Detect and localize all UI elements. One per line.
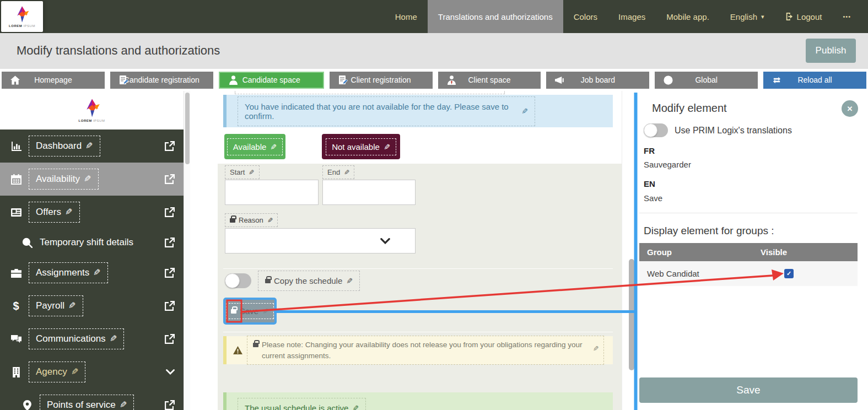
sidebar-item-payroll[interactable]: $ Payroll xyxy=(0,289,184,322)
visible-checkbox[interactable] xyxy=(784,269,794,278)
edit-pencil-icon[interactable] xyxy=(84,174,91,185)
brand-name: LOREM IPSUM xyxy=(79,119,105,122)
registration-icon xyxy=(338,75,348,85)
edit-pencil-icon[interactable] xyxy=(110,333,117,344)
sidebar-item-agency[interactable]: Agency xyxy=(0,355,184,389)
groups-section-title: Display element for groups : xyxy=(644,225,774,237)
success-banner: The usual schedule is active xyxy=(223,392,613,410)
not-available-button[interactable]: Not available xyxy=(322,134,400,159)
external-link-icon[interactable] xyxy=(165,334,175,344)
sidebar-logo: LOREM IPSUM xyxy=(0,91,184,130)
search-icon xyxy=(20,238,34,248)
tab-job-board[interactable]: Job board xyxy=(546,72,649,89)
globe-icon xyxy=(664,75,673,85)
sidebar-item-label: Dashboard xyxy=(36,141,82,152)
nav-images[interactable]: Images xyxy=(608,0,656,33)
external-link-icon[interactable] xyxy=(165,174,175,184)
nav-logout[interactable]: Logout xyxy=(775,0,833,33)
edit-pencil-icon[interactable] xyxy=(249,168,254,176)
nav-translations[interactable]: Translations and authorizations xyxy=(428,0,563,33)
panel-save-button[interactable]: Save xyxy=(639,377,858,403)
edit-pencil-icon[interactable] xyxy=(85,141,93,152)
edit-pencil-icon[interactable] xyxy=(71,366,79,377)
available-button[interactable]: Available xyxy=(224,134,285,159)
external-link-icon[interactable] xyxy=(165,268,175,278)
external-link-icon[interactable] xyxy=(165,238,175,247)
start-input[interactable] xyxy=(225,180,319,205)
warning-text-box[interactable]: Please note: Changing your availability … xyxy=(247,336,604,365)
sidebar-item-offers[interactable]: Offers xyxy=(0,196,184,229)
edit-pencil-icon[interactable] xyxy=(262,306,269,316)
nav-colors[interactable]: Colors xyxy=(563,0,608,33)
sidebar-scrollbar[interactable] xyxy=(184,91,190,410)
toggle-knob xyxy=(644,123,657,137)
end-input[interactable] xyxy=(322,180,416,205)
success-text-box[interactable]: The usual schedule is active xyxy=(238,398,366,410)
info-banner-text-box[interactable]: You have indicated that you are not avai… xyxy=(238,96,535,126)
tab-candidate-space[interactable]: Candidate space xyxy=(219,72,324,89)
en-value: Save xyxy=(644,193,662,203)
edit-pencil-icon[interactable] xyxy=(384,142,390,152)
reload-icon xyxy=(772,75,781,85)
sidebar-item-assignments[interactable]: Assignments xyxy=(0,256,184,289)
panel-title: Modify element xyxy=(652,102,727,115)
chevron-down-icon[interactable] xyxy=(166,369,175,375)
registration-icon xyxy=(119,75,128,85)
brand-logo[interactable]: LOREM IPSUM xyxy=(1,1,43,32)
nav-language-dropdown[interactable]: English xyxy=(720,0,775,33)
nav-more-menu[interactable]: ••• xyxy=(832,0,861,33)
sidebar-item-label: Points of service xyxy=(47,400,116,410)
tab-homepage[interactable]: Homepage xyxy=(2,72,105,89)
group-column-header: Group xyxy=(639,247,761,257)
tab-client-space[interactable]: Client space xyxy=(438,72,541,89)
external-link-icon[interactable] xyxy=(165,301,175,311)
sidebar-item-availability[interactable]: Availability xyxy=(0,163,184,196)
edit-pencil-icon[interactable] xyxy=(352,403,359,410)
edit-pencil-icon[interactable] xyxy=(267,216,273,224)
edit-pencil-icon[interactable] xyxy=(120,400,127,410)
copy-schedule-toggle[interactable] xyxy=(225,273,251,288)
reload-all-button[interactable]: Reload all xyxy=(763,72,866,89)
end-label[interactable]: End xyxy=(322,165,354,179)
table-row: Web Candidat xyxy=(639,261,858,286)
sidebar-item-points-of-service[interactable]: Points of service xyxy=(0,389,184,410)
top-navbar: LOREM IPSUM Home Translations and author… xyxy=(0,0,868,33)
edit-pencil-icon[interactable] xyxy=(344,168,349,176)
close-button[interactable] xyxy=(842,100,858,117)
tab-global[interactable]: Global xyxy=(655,72,758,89)
edit-pencil-icon[interactable] xyxy=(68,300,76,311)
copy-schedule-label[interactable]: Copy the schedule xyxy=(258,271,360,291)
lock-icon xyxy=(253,343,258,347)
external-link-icon[interactable] xyxy=(165,141,175,151)
main-scrollbar[interactable] xyxy=(622,91,634,410)
edit-pencil-icon[interactable] xyxy=(593,343,599,354)
external-link-icon[interactable] xyxy=(165,400,175,410)
section-tabbar: Homepage Candidate registration Candidat… xyxy=(0,69,868,91)
save-button[interactable]: Save xyxy=(223,298,277,325)
sidebar-item-temporary-shift-details[interactable]: Temporary shift details xyxy=(0,229,184,256)
edit-pencil-icon[interactable] xyxy=(65,207,73,218)
chevron-down-icon xyxy=(380,236,390,246)
main-scrollbar-thumb[interactable] xyxy=(629,259,634,370)
reason-select[interactable] xyxy=(225,228,416,253)
edit-pencil-icon[interactable] xyxy=(346,276,353,285)
use-prim-translations-toggle[interactable] xyxy=(644,123,668,137)
reason-label[interactable]: Reason xyxy=(225,213,278,227)
newspaper-icon xyxy=(9,207,23,218)
nav-home[interactable]: Home xyxy=(385,0,428,33)
edit-pencil-icon[interactable] xyxy=(270,142,277,152)
sidebar-item-dashboard[interactable]: Dashboard xyxy=(0,130,184,163)
external-link-icon[interactable] xyxy=(165,207,175,217)
edit-pencil-icon[interactable] xyxy=(93,267,101,278)
sidebar-item-communications[interactable]: Communications xyxy=(0,322,184,355)
edit-pencil-icon[interactable] xyxy=(521,106,528,116)
sidebar-item-label: Payroll xyxy=(36,300,64,311)
start-label[interactable]: Start xyxy=(225,165,260,179)
tab-candidate-registration[interactable]: Candidate registration xyxy=(110,72,213,89)
nav-mobile-app[interactable]: Mobile app. xyxy=(656,0,720,33)
lock-icon xyxy=(265,279,271,283)
publish-button[interactable]: Publish xyxy=(806,39,856,63)
sidebar-scrollbar-thumb[interactable] xyxy=(185,93,190,164)
tab-client-registration[interactable]: Client registration xyxy=(330,72,433,89)
fr-label: FR xyxy=(644,146,655,155)
